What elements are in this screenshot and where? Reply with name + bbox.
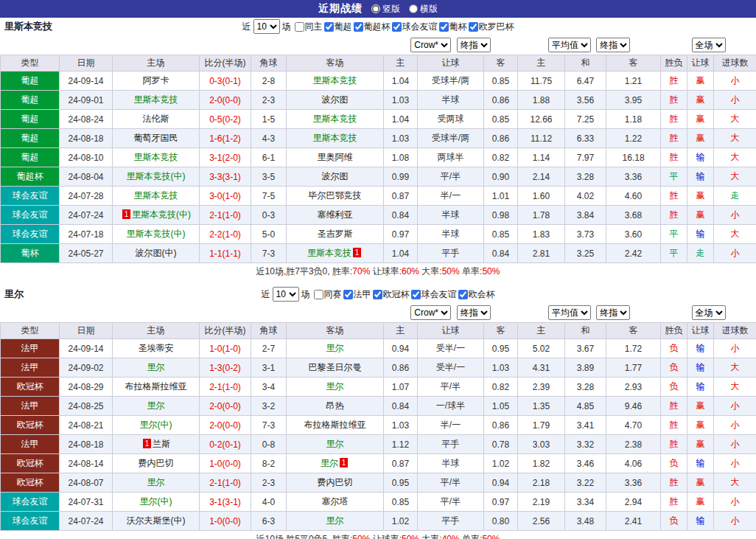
filter-checkbox[interactable]: 同主: [295, 21, 323, 33]
filter-checkbox-input[interactable]: [354, 22, 363, 32]
home-team-name[interactable]: 沃尔夫斯堡(中): [127, 515, 186, 526]
filter-checkbox[interactable]: 球会友谊: [392, 21, 438, 33]
filter-checkbox[interactable]: 欧会杯: [458, 288, 495, 301]
home-team-name[interactable]: 阿罗卡: [143, 75, 169, 86]
score[interactable]: 2-1(1-0): [200, 378, 251, 397]
score[interactable]: 0-5(0-2): [200, 110, 251, 129]
average-stage-select[interactable]: 终指: [596, 305, 630, 320]
filter-checkbox-input[interactable]: [458, 290, 468, 299]
score[interactable]: 1-1(1-1): [200, 244, 251, 263]
away-team-name[interactable]: 里斯本竞技1: [307, 248, 363, 258]
filter-checkbox-input[interactable]: [411, 290, 421, 299]
score[interactable]: 0-2(0-1): [200, 435, 251, 454]
score[interactable]: 1-6(1-2): [200, 129, 251, 148]
score[interactable]: 2-0(0-0): [200, 416, 251, 435]
away-team-name[interactable]: 里斯本竞技: [313, 114, 357, 124]
home-team-name[interactable]: 里尔(中): [140, 420, 172, 430]
away-team-name[interactable]: 里尔1: [321, 458, 349, 468]
filter-checkbox-input[interactable]: [324, 22, 334, 32]
home-team-name[interactable]: 里斯本竞技: [134, 190, 178, 201]
filter-checkbox[interactable]: 欧罗巴杯: [469, 21, 514, 33]
layout-option-horizontal[interactable]: 横版: [409, 3, 438, 15]
filter-checkbox-input[interactable]: [373, 290, 382, 299]
match-date: 24-07-18: [60, 225, 113, 244]
filter-checkbox-input[interactable]: [343, 290, 353, 299]
home-team-name[interactable]: 布拉格斯拉维亚: [125, 381, 187, 392]
score[interactable]: 1-3(0-2): [200, 358, 251, 378]
filter-checkbox[interactable]: 欧冠杯: [373, 288, 410, 301]
away-team-name[interactable]: 里尔: [326, 439, 344, 449]
home-team-name[interactable]: 1兰斯: [141, 439, 170, 449]
home-team-name[interactable]: 费内巴切: [139, 458, 174, 468]
score[interactable]: 1-0(1-0): [200, 339, 251, 358]
score[interactable]: 2-1(1-0): [200, 206, 251, 225]
layout-radio-vertical[interactable]: [371, 4, 380, 13]
home-team-name[interactable]: 里斯本竞技(中): [127, 229, 186, 239]
recent-count-select[interactable]: 10: [273, 287, 299, 302]
score[interactable]: 3-0(1-0): [200, 187, 251, 206]
home-team-name[interactable]: 法伦斯: [143, 114, 169, 124]
odds-company-select[interactable]: Crow*: [410, 38, 451, 52]
away-team-name[interactable]: 毕尔巴鄂竞技: [309, 190, 362, 201]
filter-checkbox-input[interactable]: [314, 290, 323, 299]
away-team-name[interactable]: 圣吉罗斯: [318, 229, 353, 239]
away-team-name[interactable]: 波尔图: [322, 171, 349, 181]
score[interactable]: 2-2(1-0): [200, 225, 251, 244]
away-team-name[interactable]: 波尔图: [322, 94, 349, 105]
away-team-name[interactable]: 里尔: [326, 343, 344, 353]
home-team-name[interactable]: 波尔图(中): [136, 248, 177, 258]
odds-stage-select[interactable]: 终指: [457, 305, 491, 320]
away-team-name[interactable]: 里尔: [326, 381, 344, 392]
average-stage-select[interactable]: 终指: [596, 38, 630, 52]
away-team-name[interactable]: 巴黎圣日尔曼: [309, 362, 362, 372]
filter-checkbox-input[interactable]: [392, 22, 402, 32]
away-team-name[interactable]: 里斯本竞技: [313, 133, 357, 143]
layout-option-vertical[interactable]: 竖版: [371, 3, 400, 15]
column-header: 比分(半场): [200, 323, 251, 339]
scope-select[interactable]: 全场: [692, 305, 726, 320]
away-team-name[interactable]: 昂热: [326, 400, 344, 411]
filter-checkbox-input[interactable]: [295, 22, 304, 32]
away-team-name[interactable]: 里尔: [326, 515, 344, 526]
home-team-name[interactable]: 里尔: [147, 362, 165, 372]
away-team-name[interactable]: 布拉格斯拉维亚: [304, 420, 366, 430]
score[interactable]: 3-1(3-1): [200, 493, 251, 512]
score[interactable]: 1-0(0-0): [200, 512, 251, 531]
scope-select[interactable]: 全场: [692, 38, 726, 52]
home-team-name[interactable]: 里尔(中): [140, 496, 172, 507]
filter-checkbox-input[interactable]: [439, 22, 449, 32]
odds-company-select[interactable]: Crow*: [410, 305, 451, 320]
filter-checkbox[interactable]: 球会友谊: [411, 288, 457, 301]
home-team-name[interactable]: 里尔: [147, 400, 165, 411]
away-team-name[interactable]: 里奥阿维: [318, 152, 353, 162]
away-team-name[interactable]: 塞尔塔: [322, 496, 349, 507]
average-select[interactable]: 平均值: [548, 38, 591, 52]
filter-checkbox[interactable]: 同赛: [314, 288, 342, 301]
home-team-name[interactable]: 里斯本竞技: [134, 152, 178, 162]
filter-checkbox[interactable]: 法甲: [343, 288, 371, 301]
away-team-name[interactable]: 塞维利亚: [318, 209, 353, 220]
home-team-name[interactable]: 里斯本竞技: [134, 94, 178, 105]
home-team-name[interactable]: 葡萄牙国民: [134, 133, 178, 143]
home-team-name[interactable]: 里斯本竞技(中): [127, 171, 186, 181]
filter-checkbox[interactable]: 葡杯: [439, 21, 467, 33]
score[interactable]: 0-3(0-1): [200, 72, 251, 91]
home-team-name[interactable]: 1里斯本竞技(中): [121, 209, 191, 220]
away-team-name[interactable]: 里斯本竞技: [313, 75, 357, 86]
filter-checkbox[interactable]: 葡超杯: [354, 21, 391, 33]
score[interactable]: 3-1(2-0): [200, 148, 251, 167]
recent-count-select[interactable]: 10: [253, 19, 280, 34]
odds-stage-select[interactable]: 终指: [457, 38, 491, 52]
score[interactable]: 2-1(1-0): [200, 473, 251, 493]
home-team-name[interactable]: 圣埃蒂安: [139, 343, 174, 353]
filter-checkbox[interactable]: 葡超: [324, 21, 352, 33]
average-select[interactable]: 平均值: [548, 305, 591, 320]
score[interactable]: 2-0(0-0): [200, 397, 251, 416]
score[interactable]: 2-0(0-0): [200, 91, 251, 110]
filter-checkbox-input[interactable]: [469, 22, 478, 32]
score[interactable]: 3-3(3-1): [200, 167, 251, 187]
home-team-name[interactable]: 里尔: [147, 477, 165, 487]
layout-radio-horizontal[interactable]: [409, 4, 418, 13]
away-team-name[interactable]: 费内巴切: [318, 477, 353, 487]
score[interactable]: 1-0(0-0): [200, 454, 251, 473]
